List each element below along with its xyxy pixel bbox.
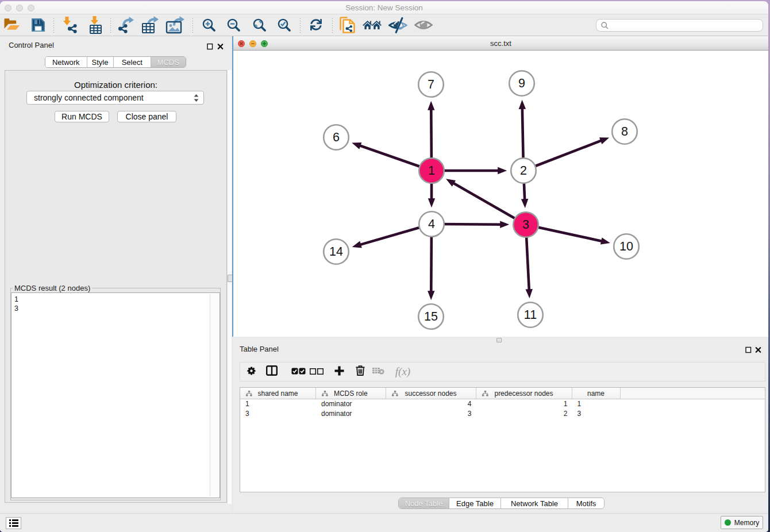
column-header-label: predecessor nodes <box>494 390 553 398</box>
export-image-icon <box>165 16 185 36</box>
column-header-name[interactable]: name <box>572 388 621 399</box>
network-window-titlebar[interactable]: scc.txt <box>233 36 768 51</box>
import-table-from-file-button[interactable] <box>85 16 106 36</box>
import-network-from-file-icon <box>61 16 79 36</box>
birds-eye-view-button[interactable] <box>413 16 434 36</box>
hide-graphics-details-icon <box>388 16 407 36</box>
hide-graphics-details-button[interactable] <box>387 16 408 36</box>
select-all-columns-button[interactable] <box>290 363 307 381</box>
table-panel-float-icon[interactable] <box>745 345 752 352</box>
control-tab-mcds[interactable]: MCDS <box>151 57 186 67</box>
criterion-value: strongly connected component <box>27 93 144 102</box>
zoom-in-button[interactable] <box>198 16 219 36</box>
function-builder-glyph: f(x) <box>395 365 410 377</box>
open-file-button[interactable] <box>2 16 22 36</box>
cell-name: 3 <box>572 409 621 419</box>
edge-arrowhead <box>352 241 362 248</box>
function-builder-icon: f(x) <box>395 365 410 378</box>
memory-label: Memory <box>734 519 759 527</box>
delete-table-button <box>369 363 387 381</box>
tree-icon <box>392 391 398 396</box>
task-history-button[interactable] <box>6 517 21 529</box>
toolbar-separator <box>110 18 111 33</box>
control-panel-close-icon[interactable] <box>217 42 224 49</box>
table-row[interactable]: 3dominator323 <box>240 409 765 419</box>
node-label-7: 7 <box>428 78 434 91</box>
edge-arrowhead <box>521 199 528 208</box>
node-label-11: 11 <box>524 308 537 322</box>
control-tab-select[interactable]: Select <box>114 57 152 67</box>
run-mcds-button[interactable]: Run MCDS <box>55 111 109 122</box>
zoom-selected-icon <box>278 18 291 34</box>
column-header-successor-nodes[interactable]: successor nodes <box>386 388 476 399</box>
table-tab-network-table[interactable]: Network Table <box>501 498 568 508</box>
toggle-panes-button[interactable] <box>263 363 280 381</box>
memory-button[interactable]: Memory <box>721 516 763 529</box>
delete-columns-icon <box>356 365 365 378</box>
create-new-column-button[interactable] <box>330 363 348 381</box>
table-panel-close-icon[interactable] <box>755 345 761 352</box>
delete-table-icon <box>372 367 384 377</box>
table-row[interactable]: 1dominator411 <box>240 399 765 409</box>
create-new-column-icon <box>334 366 344 378</box>
zoom-selected-button[interactable] <box>274 16 294 36</box>
mcds-result-item: 1 <box>14 295 220 304</box>
control-tab-style[interactable]: Style <box>87 57 114 67</box>
column-header-label: successor nodes <box>405 390 456 398</box>
save-session-icon <box>32 18 45 34</box>
result-scrollbar[interactable] <box>210 294 219 497</box>
search-input[interactable] <box>611 21 763 29</box>
column-header-MCDS-role[interactable]: MCDS role <box>316 388 386 399</box>
edge-arrowhead <box>446 179 456 186</box>
table-tab-motifs[interactable]: Motifs <box>568 498 604 508</box>
optimization-criterion-label: Optimization criterion: <box>5 80 226 90</box>
mcds-result-list[interactable]: 13 <box>11 292 220 498</box>
search-box[interactable] <box>596 19 763 32</box>
table-toolbar: f(x) <box>240 362 765 381</box>
horizontal-divider-grip[interactable] <box>496 338 502 342</box>
first-neighbors-icon <box>363 20 382 32</box>
cell-predecessor-nodes: 1 <box>476 399 572 409</box>
control-panel-scrollbar[interactable] <box>227 70 232 504</box>
horizontal-split-divider[interactable] <box>233 337 768 344</box>
node-label-14: 14 <box>329 245 343 259</box>
save-session-button[interactable] <box>28 16 48 36</box>
node-label-4: 4 <box>428 217 435 231</box>
node-label-15: 15 <box>424 310 438 323</box>
first-neighbors-button[interactable] <box>362 16 383 36</box>
delete-columns-button[interactable] <box>352 363 369 381</box>
import-network-from-file-button[interactable] <box>60 16 80 36</box>
fit-content-button[interactable] <box>249 16 270 36</box>
table-header-row: shared nameMCDS rolesuccessor nodesprede… <box>240 388 765 399</box>
apply-layout-button[interactable] <box>306 16 326 36</box>
new-network-from-selection-button[interactable] <box>337 16 357 36</box>
control-panel-float-icon[interactable] <box>207 42 213 49</box>
unselect-all-columns-button[interactable] <box>308 363 325 381</box>
export-table-button[interactable] <box>140 16 160 36</box>
select-all-columns-icon <box>291 367 306 377</box>
export-image-button[interactable] <box>165 16 186 36</box>
fit-content-icon <box>253 18 266 34</box>
network-graph: 1234678910111415 <box>233 51 768 337</box>
node-label-3: 3 <box>522 218 529 232</box>
export-network-button[interactable] <box>116 16 136 36</box>
control-panel-tabs: NetworkStyleSelectMCDS <box>45 56 186 68</box>
table-tab-node-table[interactable]: Node Table <box>399 498 449 508</box>
column-settings-button[interactable] <box>242 363 260 381</box>
node-label-9: 9 <box>518 76 525 90</box>
close-panel-button[interactable]: Close panel <box>117 111 176 122</box>
column-header-predecessor-nodes[interactable]: predecessor nodes <box>476 388 572 399</box>
main-toolbar <box>0 14 768 36</box>
import-table-from-file-icon <box>87 16 104 36</box>
column-header-shared-name[interactable]: shared name <box>240 388 316 399</box>
toolbar-separator <box>192 18 193 33</box>
zoom-out-button[interactable] <box>223 16 244 36</box>
control-tab-network[interactable]: Network <box>45 57 87 67</box>
status-bar: Memory <box>0 513 768 532</box>
table-panel-tabs: Node TableEdge TableNetwork TableMotifs <box>398 498 605 509</box>
table-tab-edge-table[interactable]: Edge Table <box>449 498 501 508</box>
network-canvas[interactable]: 1234678910111415 <box>233 51 768 337</box>
criterion-select[interactable]: strongly connected component <box>26 91 204 105</box>
cell-successor-nodes: 3 <box>386 409 476 419</box>
app-window: Session: New Session Control Panel Netwo… <box>0 1 768 532</box>
